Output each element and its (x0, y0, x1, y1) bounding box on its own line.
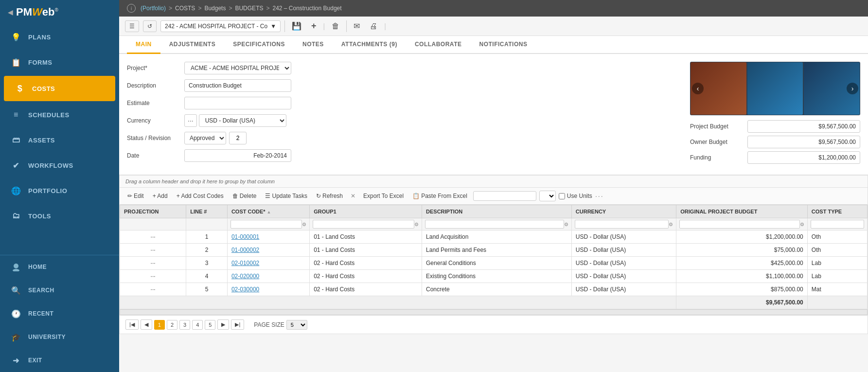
date-input[interactable] (184, 149, 291, 162)
edit-button[interactable]: ✏ Edit (124, 191, 147, 201)
budget-filter[interactable] (679, 220, 799, 229)
page-prev-button[interactable]: ◀ (141, 319, 152, 330)
breadcrumb-portfolio-link[interactable]: (Portfolio) (141, 5, 166, 12)
cost-code-filter[interactable] (230, 220, 302, 229)
sidebar-item-recent[interactable]: 🕐 RECENT (0, 302, 119, 325)
revision-input[interactable] (229, 132, 247, 144)
description-input[interactable] (184, 79, 291, 92)
owner-budget-input[interactable] (747, 136, 860, 148)
add-cost-codes-button[interactable]: + Add Cost Codes (174, 191, 227, 201)
sidebar-item-tools[interactable]: 🗂 TOOLS (0, 203, 119, 229)
more-options-icon[interactable]: ··· (595, 192, 604, 200)
carousel-next-button[interactable]: › (847, 83, 858, 94)
row-actions-3[interactable]: ··· (120, 257, 186, 270)
record-selector[interactable]: 242 - ACME HOSPITAL PROJECT - Co ▼ (160, 20, 281, 32)
table-scroll-container[interactable]: PROJECTION LINE # COST CODE* ▲ GROUP1 DE… (120, 205, 868, 309)
header-fields-section: Project* ACME - ACME HOSPITAL PROJECT De… (119, 54, 868, 175)
list-view-button[interactable]: ☰ (125, 20, 139, 32)
tab-collaborate[interactable]: COLLABORATE (406, 36, 471, 54)
description-filter-btn[interactable]: ⚙ (564, 222, 568, 227)
home-icon (10, 261, 22, 273)
sidebar-item-costs[interactable]: $ COSTS (4, 76, 115, 101)
save-button[interactable]: 💾 (289, 20, 304, 32)
update-tasks-button[interactable]: ☰ Update Tasks (262, 191, 310, 201)
status-select[interactable]: Approved (184, 132, 226, 144)
sidebar-item-exit[interactable]: ➜ EXIT (0, 349, 119, 372)
history-button[interactable]: ↺ (143, 20, 157, 32)
currency-filter[interactable] (575, 220, 669, 229)
currency-3: USD - Dollar (USA) (571, 257, 676, 270)
currency-filter-btn[interactable]: ⚙ (669, 222, 673, 227)
tab-adjustments[interactable]: ADJUSTMENTS (160, 36, 225, 54)
cost-type-1: Oth (807, 230, 867, 244)
sidebar-item-portfolio[interactable]: 🌐 PORTFOLIO (0, 178, 119, 203)
project-label: Project* (127, 65, 180, 71)
currency-dots-button[interactable]: ··· (184, 114, 197, 127)
sidebar-item-forms[interactable]: 📋 FORMS (0, 50, 119, 75)
page-size-select[interactable]: 5 10 25 50 (286, 320, 307, 330)
description-5: Concrete (422, 283, 572, 296)
export-excel-button[interactable]: Export To Excel (360, 191, 407, 201)
sidebar-item-assets[interactable]: 🗃 ASSETS (0, 127, 119, 153)
refresh-button[interactable]: ↻ Refresh (313, 191, 346, 201)
print-sep: | (384, 22, 386, 30)
row-actions-4[interactable]: ··· (120, 270, 186, 283)
page-1-button[interactable]: 1 (154, 320, 165, 330)
email-button[interactable]: ✉ (351, 20, 363, 32)
delete-button[interactable]: 🗑 (329, 21, 342, 32)
sidebar-item-label: EXIT (28, 357, 42, 364)
sidebar-item-label: SEARCH (28, 287, 54, 294)
sidebar-item-home[interactable]: HOME (0, 255, 119, 279)
description-filter[interactable] (425, 220, 564, 229)
sidebar-item-search[interactable]: 🔍 SEARCH (0, 279, 119, 302)
carousel-prev-button[interactable]: ‹ (692, 83, 704, 94)
cost-code-filter-btn[interactable]: ⚙ (302, 222, 306, 227)
tab-specifications[interactable]: SPECIFICATIONS (224, 36, 294, 54)
col-cost-code[interactable]: COST CODE* ▲ (227, 205, 309, 218)
group1-filter[interactable] (313, 220, 414, 229)
currency-2: USD - Dollar (USA) (571, 244, 676, 257)
col-description: DESCRIPTION (422, 205, 572, 218)
add-button[interactable]: + (308, 20, 319, 32)
row-actions-5[interactable]: ··· (120, 283, 186, 296)
cost-type-filter[interactable] (811, 220, 864, 229)
page-2-button[interactable]: 2 (167, 320, 177, 330)
page-3-button[interactable]: 3 (179, 320, 190, 330)
collapse-arrow[interactable]: ◀ (8, 8, 13, 16)
row-actions-1[interactable]: ··· (120, 230, 186, 244)
info-icon[interactable]: i (127, 4, 136, 13)
page-last-button[interactable]: ▶| (231, 319, 244, 330)
project-input-group: ACME - ACME HOSPITAL PROJECT (184, 62, 291, 74)
page-next-button[interactable]: ▶ (217, 319, 229, 330)
currency-select[interactable]: USD - Dollar (USA) (199, 114, 286, 127)
horizontal-scrollbar[interactable] (120, 309, 868, 315)
tab-attachments[interactable]: ATTACHMENTS (9) (333, 36, 406, 54)
project-budget-input[interactable] (747, 120, 860, 133)
page-first-button[interactable]: |◀ (125, 319, 139, 330)
use-units-checkbox[interactable] (559, 193, 565, 199)
tab-notes[interactable]: NOTES (294, 36, 333, 54)
print-button[interactable]: 🖨 (367, 21, 380, 32)
delete-row-button[interactable]: 🗑 Delete (230, 191, 260, 201)
description-2: Land Permits and Fees (422, 244, 572, 257)
sidebar-item-university[interactable]: 🎓 UNIVERSITY (0, 325, 119, 349)
page-5-button[interactable]: 5 (205, 320, 215, 330)
group1-filter-btn[interactable]: ⚙ (414, 222, 419, 227)
estimate-input[interactable] (184, 97, 291, 109)
add-row-button[interactable]: + Add (150, 191, 171, 201)
funding-input[interactable] (747, 151, 860, 164)
sidebar-item-workflows[interactable]: ✔ WORKFLOWS (0, 153, 119, 178)
drag-hint: Drag a column header and drop it here to… (120, 176, 868, 188)
sidebar-item-plans[interactable]: 💡 PLANS (0, 24, 119, 50)
table-search-input[interactable] (473, 191, 536, 201)
row-actions-2[interactable]: ··· (120, 244, 186, 257)
tab-main[interactable]: MAIN (127, 36, 160, 54)
table-filter-select[interactable] (539, 191, 556, 201)
sidebar-item-schedules[interactable]: ≡ SCHEDULES (0, 102, 119, 127)
project-select[interactable]: ACME - ACME HOSPITAL PROJECT (184, 62, 291, 74)
group1-5: 02 - Hard Costs (310, 283, 422, 296)
tab-notifications[interactable]: NOTIFICATIONS (470, 36, 536, 54)
paste-excel-button[interactable]: 📋 Paste From Excel (409, 191, 470, 201)
budget-filter-btn[interactable]: ⚙ (800, 222, 804, 227)
page-4-button[interactable]: 4 (192, 320, 203, 330)
